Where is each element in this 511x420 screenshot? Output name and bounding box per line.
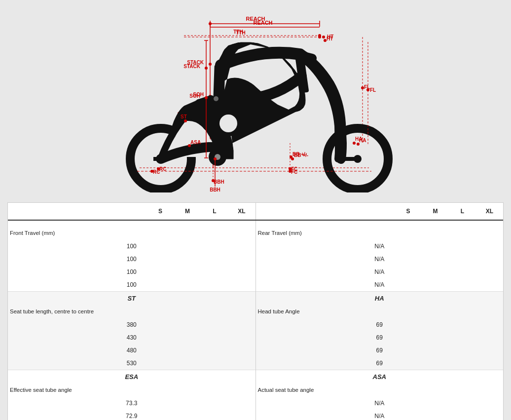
row-val-s: N/A (256, 397, 504, 410)
left-header: S M L XL (8, 203, 256, 220)
svg-point-60 (205, 96, 208, 99)
left-l-header: L (201, 206, 228, 217)
row-val-m: 72.9 (8, 410, 256, 420)
svg-point-72 (188, 144, 191, 147)
row-label: Actual seat tube angle (256, 383, 504, 397)
table-row: Front Travel (mm) 100 100 100 100 (8, 221, 256, 292)
table-row: ASA Actual seat tube angle N/A N/A N/A N… (256, 370, 504, 420)
row-abbr (256, 221, 504, 227)
row-val-m: N/A (256, 410, 504, 420)
row-val-l: 480 (8, 344, 256, 357)
svg-text:TTH: TTH (236, 30, 245, 36)
svg-text:BB +/-: BB +/- (294, 153, 308, 158)
table-row: ST Seat tube length, centre to centre 38… (8, 292, 256, 370)
row-val-s: N/A (256, 240, 504, 253)
left-m-header: M (174, 206, 201, 217)
table-row: HA Head tube Angle 69 69 69 69 (256, 292, 504, 370)
svg-text:ST: ST (181, 114, 187, 119)
row-val-m: 100 (8, 253, 256, 266)
row-abbr: ESA (8, 370, 256, 383)
left-label-header (37, 206, 147, 217)
right-label-header (286, 206, 395, 217)
svg-text:RC: RC (159, 166, 166, 172)
left-rows: Front Travel (mm) 100 100 100 100 ST Sea… (8, 221, 256, 420)
main-container: REACH TTH HT STACK SOH ST ASA HA (0, 0, 511, 420)
row-val-m: N/A (256, 253, 504, 266)
row-val-l: 100 (8, 266, 256, 278)
row-val-l: N/A (256, 266, 504, 278)
svg-point-58 (205, 67, 208, 70)
svg-point-8 (322, 36, 325, 38)
svg-point-13 (209, 63, 212, 66)
geometry-diagram: REACH TTH HT STACK SOH ST ASA HA (63, 10, 448, 192)
svg-text:FC: FC (291, 169, 297, 175)
svg-rect-44 (213, 65, 225, 115)
row-val-s: 100 (8, 240, 256, 253)
table-row: ESA Effective seat tube angle 73.3 72.9 … (8, 370, 256, 420)
svg-point-67 (357, 143, 360, 146)
svg-text:SOH: SOH (189, 93, 200, 99)
left-xl-header: XL (228, 206, 256, 217)
svg-point-49 (218, 113, 239, 134)
right-xl-header: XL (476, 206, 503, 217)
table-headers: S M L XL S M L XL (8, 203, 503, 221)
right-s-header: S (395, 206, 422, 217)
row-label: Effective seat tube angle (8, 383, 256, 397)
right-rows: Rear Travel (mm) N/A N/A N/A N/A HA Head… (256, 221, 504, 420)
row-val-m: 69 (256, 331, 504, 344)
svg-text:HA: HA (359, 138, 366, 143)
svg-point-65 (324, 39, 327, 42)
row-abbr: ST (8, 292, 256, 305)
row-val-s: 380 (8, 318, 256, 331)
svg-point-83 (214, 157, 217, 160)
row-label: Seat tube length, centre to centre (8, 305, 256, 318)
row-val-xl: 100 (8, 278, 256, 291)
geometry-table: S M L XL S M L XL Front Travel (mm) 100 … (7, 202, 504, 420)
svg-text:REACH: REACH (253, 20, 272, 26)
svg-text:HT: HT (327, 36, 333, 41)
row-val-xl: N/A (256, 278, 504, 291)
left-abbr-header (8, 206, 37, 217)
row-val-s: 73.3 (8, 397, 256, 410)
svg-point-63 (318, 36, 321, 38)
svg-point-22 (353, 142, 356, 145)
row-val-xl: 530 (8, 357, 256, 370)
svg-point-76 (291, 157, 294, 160)
svg-text:ASA: ASA (190, 140, 201, 145)
svg-text:FL: FL (370, 87, 376, 93)
svg-text:STACK: STACK (183, 64, 200, 69)
svg-text:RC: RC (153, 169, 160, 175)
row-label: Rear Travel (mm) (256, 227, 504, 240)
right-m-header: M (422, 206, 449, 217)
row-val-m: 430 (8, 331, 256, 344)
svg-text:BBH: BBH (210, 187, 220, 192)
svg-point-50 (214, 96, 219, 101)
row-label: Head tube Angle (256, 305, 504, 318)
table-row: Rear Travel (mm) N/A N/A N/A N/A (256, 221, 504, 292)
row-val-l: 69 (256, 344, 504, 357)
row-abbr: ASA (256, 370, 504, 383)
svg-point-11 (209, 22, 212, 25)
diagram-area: REACH TTH HT STACK SOH ST ASA HA (7, 5, 504, 200)
svg-point-74 (184, 119, 187, 122)
row-abbr: HA (256, 292, 504, 305)
right-l-header: L (449, 206, 476, 217)
left-s-header: S (147, 206, 174, 217)
row-val-s: 69 (256, 318, 504, 331)
right-abbr-header (256, 206, 286, 217)
row-abbr (8, 221, 256, 227)
row-val-xl: 69 (256, 357, 504, 370)
row-label: Front Travel (mm) (8, 227, 256, 240)
right-header: S M L XL (256, 203, 504, 220)
table-body: Front Travel (mm) 100 100 100 100 ST Sea… (8, 221, 503, 420)
